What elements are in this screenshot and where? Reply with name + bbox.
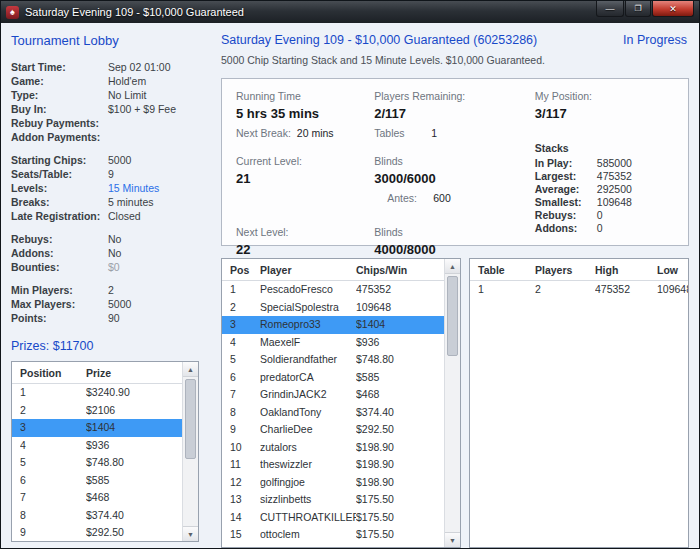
- table-cell: $374.40: [86, 509, 182, 523]
- table-cell: 8: [230, 406, 260, 420]
- info-row: Max Players:5000: [11, 297, 203, 311]
- table-cell: 6: [20, 474, 86, 488]
- info-value: 5 minutes: [108, 195, 203, 209]
- table-row[interactable]: 1$3240.90: [12, 384, 182, 402]
- table-cell: 11: [230, 458, 260, 472]
- table-row[interactable]: 10zutalors$198.90: [222, 439, 444, 457]
- column-header: Position: [20, 367, 86, 379]
- info-label: Levels:: [11, 181, 108, 195]
- info-row: Points:90: [11, 311, 203, 325]
- tournament-summary-box: Running Time 5 hrs 35 mins Next Break:20…: [221, 78, 689, 246]
- info-value: Hold'em: [108, 74, 203, 88]
- info-value: Sep 02 01:00: [108, 60, 203, 74]
- info-value: No: [108, 246, 203, 260]
- table-cell: $175.50: [356, 511, 444, 525]
- column-header: Chips/Win: [356, 264, 444, 276]
- stack-label: In Play:: [535, 157, 597, 170]
- table-cell: 109648: [657, 283, 688, 297]
- table-row[interactable]: 6$585: [12, 472, 182, 490]
- table-row[interactable]: 2$2106: [12, 402, 182, 420]
- scrollbar-thumb[interactable]: [185, 379, 196, 459]
- table-cell: $3240.90: [86, 386, 182, 400]
- table-cell: $468: [86, 491, 182, 505]
- players-table-scrollbar[interactable]: ▲ ▼: [444, 259, 460, 547]
- tables-table-body: 12475352109648: [470, 281, 688, 299]
- scrollbar-thumb[interactable]: [447, 276, 458, 356]
- summary-column-players: Players Remaining: 2/117 Tables1 Blinds …: [374, 89, 535, 237]
- table-row[interactable]: 8$374.40: [12, 507, 182, 525]
- table-row[interactable]: 7GrindinJACK2$468: [222, 386, 444, 404]
- table-row[interactable]: 9CharlieDee$292.50: [222, 421, 444, 439]
- info-value: 2: [108, 283, 203, 297]
- table-cell: $748.80: [356, 353, 444, 367]
- table-row[interactable]: 9$292.50: [12, 524, 182, 542]
- column-header: Table: [478, 264, 535, 276]
- table-cell: golfingjoe: [260, 476, 356, 490]
- table-cell: 475352: [356, 283, 444, 297]
- maximize-button[interactable]: ❐: [625, 1, 651, 17]
- next-blinds-label: Blinds: [374, 225, 535, 239]
- table-cell: $292.50: [356, 423, 444, 437]
- running-time-label: Running Time: [236, 89, 374, 103]
- table-cell: 7: [230, 388, 260, 402]
- stack-row: Rebuys:0: [535, 209, 682, 222]
- table-row[interactable]: 15ottoclem$175.50: [222, 526, 444, 544]
- status-badge: In Progress: [623, 33, 687, 47]
- column-header: Pos: [230, 264, 260, 276]
- table-cell: $175.50: [356, 528, 444, 542]
- table-cell: $936: [356, 336, 444, 350]
- table-row[interactable]: 3Romeopro33$1404: [222, 316, 444, 334]
- stack-row: Smallest:109648: [535, 196, 682, 209]
- info-group: Min Players:2Max Players:5000Points:90: [11, 283, 203, 325]
- table-cell: SpecialSpolestra: [260, 301, 356, 315]
- table-row[interactable]: 10$198.90: [12, 542, 182, 543]
- info-value: $100 + $9 Fee: [108, 102, 203, 116]
- table-cell: 5: [230, 353, 260, 367]
- table-cell: ottoclem: [260, 528, 356, 542]
- close-button[interactable]: ✕: [652, 1, 694, 17]
- scroll-down-icon[interactable]: ▼: [445, 532, 460, 547]
- table-row[interactable]: 6predatorCA$585: [222, 369, 444, 387]
- table-row[interactable]: 5$748.80: [12, 454, 182, 472]
- scroll-down-icon[interactable]: ▼: [183, 526, 198, 541]
- scroll-up-icon[interactable]: ▲: [445, 259, 460, 274]
- table-cell: 2: [230, 301, 260, 315]
- minimize-button[interactable]: —: [596, 1, 624, 17]
- table-row[interactable]: 1PescadoFresco475352: [222, 281, 444, 299]
- table-cell: $1404: [356, 318, 444, 332]
- table-row[interactable]: 14CUTTHROATKILLER$175.50: [222, 509, 444, 527]
- info-label: Addons:: [11, 246, 108, 260]
- current-antes-value: 600: [433, 191, 535, 205]
- table-row[interactable]: 3$1404: [12, 419, 182, 437]
- table-row[interactable]: 2SpecialSpolestra109648: [222, 299, 444, 317]
- levels-link[interactable]: 15 Minutes: [108, 181, 203, 195]
- column-header: High: [595, 264, 657, 276]
- table-row[interactable]: 5Soldierandfather$748.80: [222, 351, 444, 369]
- tournament-detail-panel: Saturday Evening 109 - $10,000 Guarantee…: [209, 23, 699, 548]
- table-row[interactable]: 4$936: [12, 437, 182, 455]
- lobby-title: Tournament Lobby: [11, 33, 203, 48]
- current-blinds-value: 3000/6000: [374, 170, 535, 187]
- column-header: Prize: [86, 367, 182, 379]
- info-value: $0: [108, 260, 203, 274]
- table-cell: OaklandTony: [260, 406, 356, 420]
- current-level-label: Current Level:: [236, 154, 374, 168]
- prize-table-scrollbar[interactable]: ▲ ▼: [182, 362, 198, 541]
- table-cell: $374.40: [356, 406, 444, 420]
- info-label: Seats/Table:: [11, 167, 108, 181]
- table-row[interactable]: 8OaklandTony$374.40: [222, 404, 444, 422]
- table-row[interactable]: 13sizzlinbetts$175.50: [222, 491, 444, 509]
- window-titlebar[interactable]: ♠ Saturday Evening 109 - $10,000 Guarant…: [1, 1, 699, 23]
- table-row[interactable]: 4MaexelF$936: [222, 334, 444, 352]
- table-row[interactable]: 12475352109648: [470, 281, 688, 299]
- table-row[interactable]: 12golfingjoe$198.90: [222, 474, 444, 492]
- info-value: 5000: [108, 297, 203, 311]
- window-controls: — ❐ ✕: [595, 1, 694, 17]
- table-row[interactable]: 7$468: [12, 489, 182, 507]
- table-row[interactable]: 11theswizzler$198.90: [222, 456, 444, 474]
- antes-label: Antes:: [387, 191, 433, 205]
- table-cell: PescadoFresco: [260, 283, 356, 297]
- next-break: Next Break:20 mins: [236, 126, 374, 140]
- scroll-up-icon[interactable]: ▲: [183, 362, 198, 377]
- info-group: Start Time:Sep 02 01:00Game:Hold'emType:…: [11, 60, 203, 144]
